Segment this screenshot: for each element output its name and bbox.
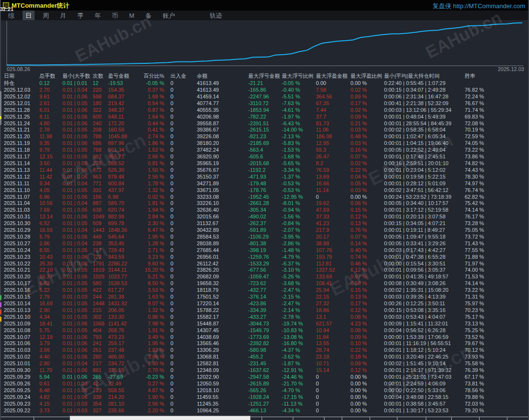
cell-max-float-profit: 364.56 [316, 94, 332, 100]
desktop-sliver-purple [0, 302, 1, 307]
cell-win-rate: 75.05 % [465, 227, 484, 234]
cell-max-float-loss-pct: -0.94 % [282, 207, 300, 214]
table-row[interactable]: 2025.10.132.900.01 | 0.05215206.051.32 %… [0, 307, 529, 314]
table-row[interactable]: 2025.10.165.220.01 | 0.05422617.273.53 %… [0, 287, 529, 294]
table-row[interactable]: 2025.10.272.860.01 | 0.04238353.451.28 %… [0, 240, 529, 247]
cell-date: 2025.11.18 [4, 147, 30, 154]
cell-count: 449 [93, 234, 101, 240]
cell-lots: 4.40 [39, 354, 49, 360]
menu-item-1[interactable]: 综 [5, 11, 17, 21]
brand-link[interactable]: 复盘侠 http://MTCommander.com [433, 2, 525, 11]
table-row[interactable]: 2025.11.258.110.01 | 0.06600648.111.64 %… [0, 114, 529, 120]
cell-max-float-profit: 12.95 [316, 140, 329, 147]
menu-item-8[interactable]: M [126, 11, 137, 20]
menu-item-4[interactable]: 月 [57, 11, 69, 21]
menu-item-2[interactable]: 日 [23, 11, 35, 21]
table-row[interactable]: 2025.10.2916.550.01 | 0.0414431848.366.4… [0, 227, 529, 234]
table-row[interactable]: 2025.09.295.940.01 | 0.06265-27.69-0.23 … [0, 374, 529, 381]
table-row[interactable]: 2025.11.189.790.01 | 0.05788561.341.52 %… [0, 147, 529, 154]
table-row[interactable]: 2025.10.1416.690.01 | 0.0514481431.929.0… [0, 300, 529, 307]
menu-item-10[interactable]: 账户 [160, 11, 178, 21]
table-row[interactable]: 2025.10.2016.370.01 | 0.0610291023.775.2… [0, 274, 529, 280]
table-row[interactable]: 2025.10.0918.410.01 | 0.0610681141.427.9… [0, 321, 529, 327]
table-row[interactable]: 2025.10.176.820.01 | 0.055801539.538.50 … [0, 280, 529, 287]
table-row[interactable]: 2025.10.104.340.01 | 0.05302133.300.86 %… [0, 314, 529, 321]
cell-count: 963 [93, 174, 101, 180]
table-row[interactable]: 2025.11.076.960.01 | 0.061566.980.02 %03… [0, 194, 529, 201]
table-row[interactable]: 2025.10.033.990.01 | 0.06251237.481.82 %… [0, 347, 529, 354]
equity-chart[interactable]: 025.08.26 2025.12.03 [0, 20, 529, 72]
table-row[interactable]: 2025.09.223.730.01 | 0.03327235.662.20 %… [0, 408, 529, 414]
cell-in-out: 0 [170, 234, 173, 240]
table-row[interactable]: 2025.10.152.790.01 | 0.03244281.381.63 %… [0, 294, 529, 300]
table-row[interactable]: 2025.09.244.820.01 | 0.06338214.201.90 %… [0, 394, 529, 401]
cell-min-max-lot: 0.01 | 0.05 [62, 327, 87, 334]
table-row[interactable]: 2025.11.2011.980.01 | 0.067881045.882.74… [0, 133, 529, 140]
table-row[interactable]: 2025.11.143.500.01 | 0.05278288.520.81 %… [0, 160, 529, 167]
table-row[interactable]: 2025.11.212.780.01 | 0.05208160.590.41 %… [0, 127, 529, 133]
cell-lots: 9.79 [39, 147, 49, 154]
table-row[interactable]: 2025.10.3113.140.01 | 0.061049882.992.84… [0, 214, 529, 220]
window-border-left[interactable] [0, 0, 1, 420]
table-row[interactable]: 2025.09.234.150.01 | 0.03354281.102.56 %… [0, 401, 529, 408]
cell-lots: 11.98 [39, 133, 52, 140]
table-row[interactable]: 2025.12.032.700.01 | 0.04220154.350.37 %… [0, 87, 529, 94]
table-row[interactable]: 2025.11.244.800.01 | 0.06240172.200.44 %… [0, 120, 529, 127]
table-row[interactable]: 2025.10.012.800.01 | 0.04217234.721.90 %… [0, 360, 529, 367]
cell-pct: 3.23 % [130, 254, 164, 261]
cell-max-float-profit: 23.18 [316, 354, 329, 360]
holding-position-row[interactable]: 持仓0.120.01 | 0.0112-19.53-0.05 %041613.4… [0, 80, 529, 87]
table-row[interactable]: 2025.10.024.400.01 | 0.06280486.003.86 %… [0, 354, 529, 360]
menu-item-3[interactable]: 周 [40, 11, 52, 21]
cell-lots: 5.22 [39, 287, 49, 294]
table-row[interactable]: 2025.12.012.610.01 | 0.05180219.420.54 %… [0, 100, 529, 107]
table-row[interactable]: 2025.10.2122.100.01 | 0.0519193144.1115.… [0, 267, 529, 274]
cell-date: 2025.11.04 [4, 200, 30, 207]
table-row[interactable]: 2025.11.199.350.01 | 0.06686697.961.86 %… [0, 140, 529, 147]
cell-min-max-lot: 0.01 | 0.04 [62, 180, 87, 187]
table-row[interactable]: 2025.10.285.790.01 | 0.06449545.641.95 %… [0, 234, 529, 240]
cell-max-float-profit-pct: 0.00 % [350, 401, 367, 408]
cell-pnl: 325.19 [108, 367, 124, 374]
table-row[interactable]: 2025.11.1311.440.01 | 0.06872526.301.50 … [0, 167, 529, 174]
table-row[interactable]: 2025.10.063.790.01 | 0.06241259.171.95 %… [0, 340, 529, 347]
menu-item-11[interactable]: 轨迹 [207, 11, 225, 21]
table-row[interactable]: 2025.11.104.050.01 | 0.05331437.971.32 %… [0, 187, 529, 194]
table-row[interactable]: 2025.10.0712.190.01 | 0.06793473.233.49 … [0, 334, 529, 341]
table-row[interactable]: 2025.10.085.750.01 | 0.05404268.761.91 %… [0, 327, 529, 334]
cell-max-float-profit-pct: 0.08 % [350, 314, 367, 321]
window-title: MTCommander统计 [12, 1, 70, 10]
table-row[interactable]: 2025.11.1211.420.01 | 0.06963878.482.56 … [0, 174, 529, 180]
table-row[interactable]: 2025.09.258.480.01 | 0.05723558.554.87 %… [0, 387, 529, 394]
table-row[interactable]: 2025.09.3011.700.01 | 0.06881325.192.70 … [0, 367, 529, 374]
cell-hold-times: 0:00:41 | 2:21:38 | 52:32:09 [384, 100, 448, 107]
cell-count: 240 [93, 120, 101, 127]
table-row[interactable]: 2025.12.029.610.01 | 0.06598684.371.68 %… [0, 94, 529, 100]
cell-count: 722 [93, 254, 101, 261]
table-row[interactable]: 2025.09.260.610.01 | 0.034232.490.27 %01… [0, 381, 529, 387]
menu-item-7[interactable]: 币 [109, 11, 121, 21]
cell-max-float-profit-pct: 0.02 % [350, 87, 367, 94]
cell-win-rate: 78.56 % [465, 387, 484, 394]
cell-win-rate: 73.72 % [465, 234, 484, 240]
table-row[interactable]: 2025.10.2225.390.01 | 0.0617912286.229.6… [0, 261, 529, 267]
table-row[interactable]: 2025.11.119.340.01 | 0.04771600.841.78 %… [0, 180, 529, 187]
cell-win-rate: 72.03 % [465, 401, 484, 408]
menu-item-9[interactable]: 备 [143, 11, 155, 21]
table-row[interactable]: 2025.10.2310.430.01 | 0.06722843.593.23 … [0, 254, 529, 261]
cell-hold-times: 0:00:01 | 0:38:58 | 3:45:57 [384, 401, 445, 408]
cell-max-float-profit: 621.57 [316, 321, 332, 327]
table-row[interactable]: 2025.11.286.010.01 | 0.06322348.370.87 %… [0, 107, 529, 114]
table-row[interactable]: 2025.10.248.550.01 | 0.05717729.432.71 %… [0, 247, 529, 254]
table-row[interactable]: 2025.11.037.690.01 | 0.05638620.741.94 %… [0, 207, 529, 214]
cell-lots: 2.79 [39, 294, 49, 300]
table-row[interactable]: 2025.11.0410.560.01 | 0.04887589.701.81 … [0, 200, 529, 207]
menu-item-5[interactable]: 季 [74, 11, 86, 21]
table-row[interactable]: 2025.11.1712.150.01 | 0.06987955.712.66 … [0, 154, 529, 160]
cell-min-max-lot: 0.01 | 0.04 [62, 360, 87, 367]
cell-max-float-profit-pct: 0.21 % [350, 120, 367, 127]
table-row[interactable]: 2025.10.306.520.01 | 0.05509699.782.30 %… [0, 220, 529, 227]
cell-max-float-loss: -723.62 [248, 280, 266, 287]
menu-item-6[interactable]: 年 [92, 11, 104, 21]
cell-max-float-loss: -398.19 [248, 247, 266, 254]
